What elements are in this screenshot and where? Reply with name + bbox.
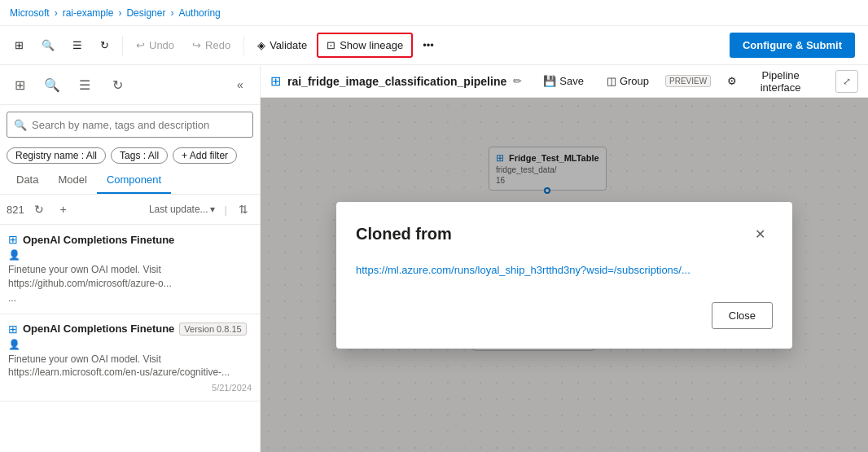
- card-more-1[interactable]: ...: [8, 291, 252, 305]
- modal-header: Cloned from ✕: [356, 222, 773, 248]
- search-sidebar-icon[interactable]: 🔍: [39, 72, 65, 98]
- collapse-sidebar-button[interactable]: «: [227, 72, 253, 98]
- component-list: ⊞ OpenAI Completions Finetune 👤 Finetune…: [0, 225, 260, 452]
- refresh-button[interactable]: ↻: [92, 34, 117, 56]
- more-icon: •••: [423, 39, 434, 51]
- sort-button[interactable]: ⇅: [234, 200, 253, 219]
- modal-close-button[interactable]: ✕: [747, 222, 773, 248]
- save-button[interactable]: 💾 Save: [535, 72, 592, 90]
- modal-close-action-button[interactable]: Close: [712, 302, 773, 329]
- grid-icon: ⊞: [15, 39, 24, 51]
- modal-title: Cloned from: [356, 225, 452, 244]
- last-update-dropdown[interactable]: Last update... ▾: [146, 202, 218, 217]
- pipeline-interface-icon: ⚙: [727, 75, 737, 87]
- validate-icon: ◈: [257, 39, 265, 51]
- modal-footer: Close: [356, 302, 773, 329]
- sidebar-icons-row: ⊞ 🔍 ☰ ↻ «: [0, 65, 260, 105]
- group-button[interactable]: ◫ Group: [598, 72, 657, 90]
- main-toolbar: ⊞ 🔍 ☰ ↻ ↩ Undo ↪ Redo ◈ Validate ⊡ Show …: [0, 26, 868, 65]
- show-lineage-button[interactable]: ⊡ Show lineage: [317, 33, 413, 58]
- card-user-2: 👤: [8, 339, 252, 350]
- preview-badge: PREVIEW: [665, 75, 711, 87]
- refresh-sidebar-icon[interactable]: ↻: [104, 72, 130, 98]
- breadcrumb-microsoft[interactable]: Microsoft: [10, 7, 50, 19]
- pipeline-interface-button[interactable]: ⚙ Pipeline interface: [719, 66, 829, 97]
- list-header: 821 ↻ + Last update... ▾ | ⇅: [0, 195, 260, 225]
- card-version-2: Version 0.8.15: [179, 323, 246, 336]
- card-user-1: 👤: [8, 249, 252, 261]
- canvas-toolbar: ⊞ rai_fridge_image_classification_pipeli…: [261, 65, 868, 98]
- expand-icon: ⤢: [843, 76, 851, 87]
- grid-sidebar-icon[interactable]: ⊞: [7, 72, 33, 98]
- card-date-2: 5/21/2024: [8, 383, 252, 393]
- validate-button[interactable]: ◈ Validate: [249, 34, 315, 56]
- canvas-area: ⊞ rai_fridge_image_classification_pipeli…: [261, 65, 868, 452]
- modal-overlay: Cloned from ✕ https://ml.azure.com/runs/…: [261, 98, 868, 452]
- tab-data[interactable]: Data: [7, 167, 48, 194]
- filter-row: Registry name : All Tags : All + Add fil…: [0, 144, 260, 167]
- card-icon-1: ⊞: [8, 233, 18, 246]
- list-icon: ☰: [72, 39, 82, 51]
- toolbar-divider-1: [122, 36, 123, 55]
- card-title-1: OpenAI Completions Finetune: [23, 234, 174, 246]
- list-add-button[interactable]: +: [54, 200, 73, 219]
- registry-filter-chip[interactable]: Registry name : All: [7, 147, 106, 164]
- redo-button[interactable]: ↪ Redo: [184, 34, 239, 56]
- breadcrumb-bar: Microsoft › rai-example › Designer › Aut…: [0, 0, 868, 26]
- search-box: 🔍: [7, 112, 253, 138]
- add-filter-button[interactable]: + Add filter: [173, 147, 237, 164]
- breadcrumb-designer[interactable]: Designer: [126, 7, 165, 19]
- component-card-2[interactable]: ⊞ OpenAI Completions Finetune Version 0.…: [0, 314, 260, 402]
- sidebar: ⊞ 🔍 ☰ ↻ « 🔍 Registry name : All Tags : A…: [0, 65, 261, 452]
- more-button[interactable]: •••: [414, 34, 442, 56]
- toolbar-divider-2: [243, 36, 244, 55]
- grid-view-button[interactable]: ⊞: [7, 34, 32, 56]
- breadcrumb-rai-example[interactable]: rai-example: [63, 7, 114, 19]
- search-input[interactable]: [32, 119, 246, 131]
- undo-icon: ↩: [136, 39, 145, 51]
- pipeline-title: rai_fridge_image_classification_pipeline: [287, 75, 506, 88]
- breadcrumb-authoring: Authoring: [178, 7, 220, 19]
- configure-submit-button[interactable]: Configure & Submit: [730, 33, 855, 58]
- refresh-icon: ↻: [100, 39, 109, 51]
- list-refresh-button[interactable]: ↻: [29, 200, 49, 219]
- dropdown-chevron-icon: ▾: [210, 204, 215, 215]
- group-icon: ◫: [607, 75, 616, 87]
- tab-component[interactable]: Component: [97, 167, 171, 194]
- search-button[interactable]: 🔍: [33, 34, 63, 56]
- canvas-content: ⊞ Fridge_Test_MLTable fridge_test_data/ …: [261, 98, 868, 452]
- tab-model[interactable]: Model: [48, 167, 96, 194]
- undo-button[interactable]: ↩ Undo: [128, 34, 182, 56]
- edit-pipeline-icon[interactable]: ✏: [513, 75, 522, 87]
- lineage-icon: ⊡: [327, 39, 335, 51]
- save-icon: 💾: [543, 75, 556, 87]
- component-count: 821: [7, 204, 24, 216]
- card-icon-2: ⊞: [8, 323, 18, 336]
- tab-row: Data Model Component: [0, 167, 260, 195]
- search-icon: 🔍: [42, 39, 55, 51]
- component-card-1[interactable]: ⊞ OpenAI Completions Finetune 👤 Finetune…: [0, 225, 260, 314]
- main-layout: ⊞ 🔍 ☰ ↻ « 🔍 Registry name : All Tags : A…: [0, 65, 868, 452]
- tags-filter-chip[interactable]: Tags : All: [111, 147, 168, 164]
- search-box-icon: 🔍: [14, 119, 27, 131]
- cloned-from-modal: Cloned from ✕ https://ml.azure.com/runs/…: [336, 202, 792, 349]
- expand-canvas-button[interactable]: ⤢: [835, 70, 858, 93]
- list-button[interactable]: ☰: [64, 34, 90, 56]
- redo-icon: ↪: [192, 39, 201, 51]
- cloned-from-link[interactable]: https://ml.azure.com/runs/loyal_ship_h3r…: [356, 264, 773, 276]
- list-sidebar-icon[interactable]: ☰: [72, 72, 98, 98]
- canvas-grid-icon: ⊞: [270, 73, 281, 89]
- card-title-2: OpenAI Completions Finetune: [23, 323, 174, 335]
- card-desc-1: Finetune your own OAI model. Visit https…: [8, 263, 252, 291]
- card-desc-2: Finetune your own OAI model. Visit https…: [8, 353, 252, 380]
